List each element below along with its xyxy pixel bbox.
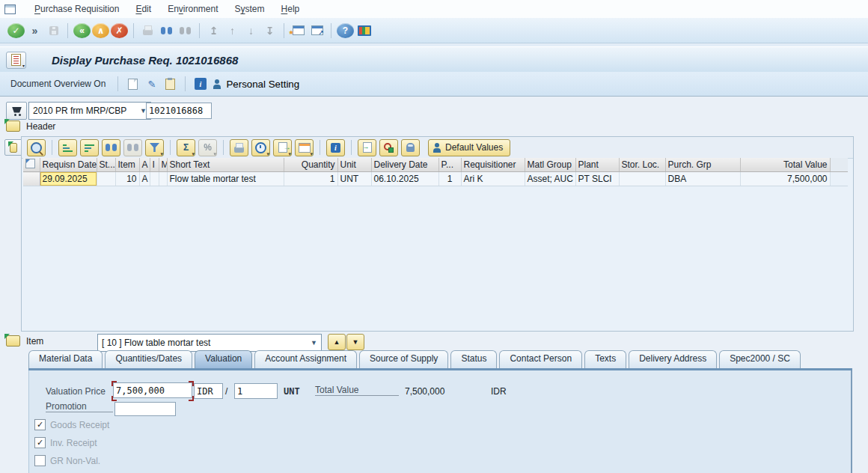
tab-quantities-dates[interactable]: Quantities/Dates bbox=[105, 350, 192, 368]
tab-status[interactable]: Status bbox=[450, 350, 497, 368]
select-all-header[interactable] bbox=[23, 158, 40, 172]
tab-valuation[interactable]: Valuation bbox=[195, 350, 252, 368]
cell-plant[interactable]: PT SLCI bbox=[575, 172, 619, 186]
tab-contact-person[interactable]: Contact Person bbox=[499, 350, 582, 368]
next-page-button[interactable]: ↓ bbox=[242, 22, 260, 40]
cell-i[interactable] bbox=[150, 172, 159, 186]
new-session-button[interactable] bbox=[290, 22, 307, 40]
document-type-combobox[interactable]: 2010 PR frm MRP/CBP ▼ bbox=[28, 102, 151, 120]
column-header-requisn-date[interactable]: Requisn Date bbox=[40, 158, 97, 172]
cell-matl-group[interactable]: Asset; AUC bbox=[525, 172, 575, 186]
cell-filler[interactable] bbox=[830, 172, 848, 186]
menu-help[interactable]: Help bbox=[273, 1, 308, 17]
cell-short-text[interactable]: Flow table mortar test bbox=[167, 172, 284, 186]
services-for-object-button[interactable]: ▾ bbox=[6, 52, 26, 69]
tab-source-of-supply[interactable]: Source of Supply bbox=[359, 350, 448, 368]
document-number-input[interactable] bbox=[146, 103, 212, 119]
row-selector[interactable] bbox=[23, 172, 40, 186]
subtotal-button[interactable]: %▾ bbox=[198, 139, 217, 156]
tab-spec2000-sc[interactable]: Spec2000 / SC bbox=[719, 350, 801, 368]
info-button[interactable]: i bbox=[326, 139, 345, 156]
save-button[interactable] bbox=[45, 22, 62, 40]
cell-requisn-date[interactable]: 29.09.2025 bbox=[40, 172, 97, 186]
document-overview-button[interactable]: Document Overview On bbox=[10, 79, 106, 89]
cell-quantity[interactable]: 1 bbox=[284, 172, 337, 186]
help-button[interactable]: ? bbox=[337, 23, 354, 38]
column-header-st[interactable]: St... bbox=[97, 158, 115, 172]
cancel-button[interactable]: ✗ bbox=[111, 23, 128, 38]
create-shortcut-button[interactable] bbox=[308, 22, 326, 40]
system-menu-icon[interactable] bbox=[4, 4, 16, 14]
export-button[interactable]: ▾ bbox=[273, 139, 292, 156]
tab-account-assignment[interactable]: Account Assignment bbox=[254, 350, 357, 368]
gr-non-val-checkbox[interactable] bbox=[34, 455, 46, 466]
copy-document-button[interactable] bbox=[162, 75, 179, 93]
last-page-button[interactable]: ↧ bbox=[261, 22, 278, 40]
column-header-short-text[interactable]: Short Text bbox=[167, 158, 284, 172]
cell-a[interactable]: A bbox=[139, 172, 150, 186]
shopping-cart-button[interactable] bbox=[6, 102, 27, 120]
cell-total-value[interactable]: 7,500,000 bbox=[740, 172, 830, 186]
menu-system[interactable]: System bbox=[227, 1, 273, 17]
collapse-grid-button[interactable] bbox=[4, 139, 22, 156]
column-header-purch-grp[interactable]: Purch. Grp bbox=[665, 158, 740, 172]
column-header[interactable] bbox=[830, 158, 848, 172]
column-header-plant[interactable]: Plant bbox=[575, 158, 619, 172]
column-header-i[interactable]: I bbox=[150, 158, 159, 172]
column-header-quantity[interactable]: Quantity bbox=[284, 158, 337, 172]
first-page-button[interactable]: ↥ bbox=[205, 22, 222, 40]
column-header-ma[interactable]: Ma bbox=[159, 158, 167, 172]
details-button[interactable] bbox=[27, 139, 46, 156]
more-button[interactable]: » bbox=[26, 22, 43, 40]
cell-ma[interactable] bbox=[159, 172, 167, 186]
views-button[interactable]: ▾ bbox=[251, 139, 270, 156]
column-header-item[interactable]: Item bbox=[115, 158, 139, 172]
cell-item[interactable]: 10 bbox=[115, 172, 139, 186]
menu-environment[interactable]: Environment bbox=[159, 1, 226, 17]
personal-setting-button[interactable]: Personal Setting bbox=[211, 75, 301, 93]
choose-layout-button[interactable]: ▾ bbox=[295, 139, 314, 156]
menu-edit[interactable]: Edit bbox=[127, 1, 159, 17]
cell-requisitioner[interactable]: Ari K bbox=[461, 172, 525, 186]
item-details-button[interactable] bbox=[358, 139, 376, 156]
find-next-button[interactable] bbox=[123, 139, 142, 156]
previous-item-button[interactable]: ▲ bbox=[328, 334, 346, 350]
column-header-a[interactable]: A bbox=[139, 158, 150, 172]
column-header-total-value[interactable]: Total Value bbox=[740, 158, 830, 172]
help-info-button[interactable]: i bbox=[192, 75, 209, 93]
expand-item-icon[interactable] bbox=[6, 335, 20, 347]
expand-header-icon[interactable] bbox=[6, 120, 20, 132]
find-next-button[interactable] bbox=[177, 22, 194, 40]
price-unit-input[interactable] bbox=[234, 383, 278, 399]
cell-st[interactable] bbox=[97, 172, 115, 186]
tab-texts[interactable]: Texts bbox=[584, 350, 626, 368]
find-button[interactable] bbox=[102, 139, 120, 156]
sort-descending-button[interactable] bbox=[80, 139, 99, 156]
cell-stor-loc[interactable] bbox=[619, 172, 665, 186]
next-item-button[interactable]: ▼ bbox=[346, 334, 364, 350]
filter-button[interactable]: ▾ bbox=[145, 139, 164, 156]
sort-ascending-button[interactable] bbox=[58, 139, 77, 156]
item-combobox[interactable]: [ 10 ] Flow table mortar test ▼ bbox=[97, 334, 322, 352]
menu-purchase-requisition[interactable]: Purchase Requisition bbox=[26, 1, 127, 17]
hold-button[interactable] bbox=[401, 139, 420, 156]
inv-receipt-checkbox[interactable]: ✓ bbox=[34, 437, 46, 448]
create-document-button[interactable] bbox=[124, 75, 141, 93]
column-header-stor-loc[interactable]: Stor. Loc. bbox=[619, 158, 665, 172]
back-button[interactable]: « bbox=[73, 23, 91, 38]
valuation-price-input[interactable] bbox=[113, 382, 192, 398]
graphic-button[interactable] bbox=[379, 139, 398, 156]
column-header-unit[interactable]: Unit bbox=[337, 158, 371, 172]
cell-unit[interactable]: UNT bbox=[337, 172, 371, 186]
print-button[interactable] bbox=[230, 139, 248, 156]
tab-delivery-address[interactable]: Delivery Address bbox=[629, 350, 717, 368]
tab-material-data[interactable]: Material Data bbox=[28, 350, 103, 368]
column-header-p[interactable]: P... bbox=[438, 158, 461, 172]
display-change-button[interactable]: ✎ bbox=[143, 75, 160, 93]
customize-layout-button[interactable] bbox=[355, 22, 373, 40]
promotion-input[interactable] bbox=[114, 402, 176, 416]
print-button[interactable] bbox=[139, 22, 156, 40]
previous-page-button[interactable]: ↑ bbox=[224, 22, 241, 40]
column-header-delivery-date[interactable]: Delivery Date bbox=[371, 158, 438, 172]
enter-button[interactable]: ✓ bbox=[7, 23, 25, 38]
